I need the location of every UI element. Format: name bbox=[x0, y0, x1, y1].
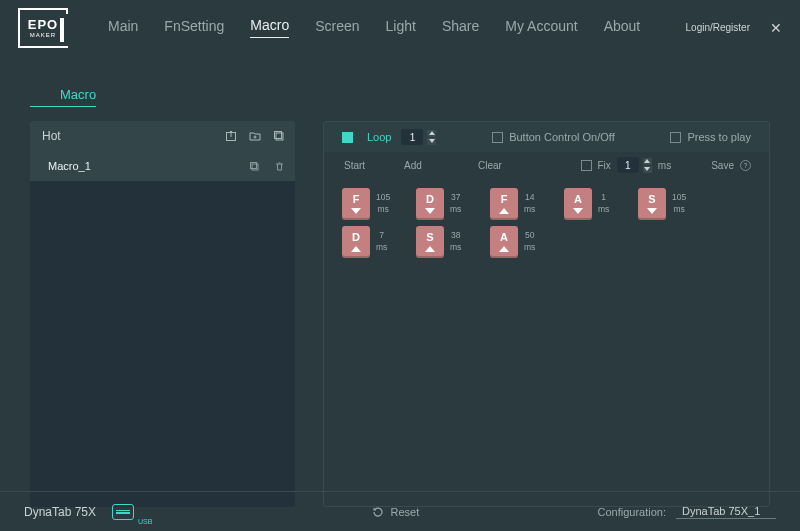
device-name: DynaTab 75X bbox=[24, 505, 96, 519]
fix-step-down-icon[interactable] bbox=[643, 166, 652, 173]
button-control-label: Button Control On/Off bbox=[509, 131, 615, 143]
clear-button[interactable]: Clear bbox=[478, 160, 552, 171]
connection-mode: USB bbox=[138, 518, 152, 525]
keycap-letter: D bbox=[352, 232, 360, 243]
arrow-down-icon bbox=[647, 208, 657, 214]
nav-item-about[interactable]: About bbox=[604, 18, 641, 38]
step-timing: 50ms bbox=[524, 230, 535, 254]
keycap-letter: S bbox=[426, 232, 433, 243]
step-timing: 38ms bbox=[450, 230, 461, 254]
keycap-f-down[interactable]: F bbox=[342, 188, 370, 220]
step-timing: 1ms bbox=[598, 192, 609, 216]
status-bar: DynaTab 75X USB Reset Configuration: Dyn… bbox=[0, 491, 800, 531]
button-control-checkbox[interactable] bbox=[492, 132, 503, 143]
nav-item-main[interactable]: Main bbox=[108, 18, 138, 38]
keycap-letter: F bbox=[353, 194, 360, 205]
macro-step: F105ms bbox=[342, 188, 416, 220]
fix-spinner[interactable]: 1 bbox=[617, 157, 652, 173]
topbar: EPO MAKER MainFnSettingMacroScreenLightS… bbox=[0, 0, 800, 55]
macro-step: S38ms bbox=[416, 226, 490, 258]
arrow-up-icon bbox=[351, 246, 361, 252]
keyboard-icon[interactable] bbox=[112, 504, 134, 520]
keycap-letter: F bbox=[501, 194, 508, 205]
configuration-selector[interactable]: DynaTab 75X_1 bbox=[676, 505, 776, 519]
duplicate-icon[interactable] bbox=[249, 161, 260, 172]
new-folder-icon[interactable] bbox=[249, 130, 261, 142]
start-button[interactable]: Start bbox=[344, 160, 404, 171]
step-time-value: 1 bbox=[601, 192, 606, 204]
help-icon[interactable]: ? bbox=[740, 160, 751, 171]
nav-item-screen[interactable]: Screen bbox=[315, 18, 359, 38]
step-timing: 14ms bbox=[524, 192, 535, 216]
macro-list-header: Hot bbox=[30, 121, 295, 151]
press-to-play-checkbox[interactable] bbox=[670, 132, 681, 143]
loop-count-value: 1 bbox=[401, 129, 423, 145]
main-area: Hot Macro_1 Loop 1 bbox=[0, 107, 800, 507]
keycap-s-down[interactable]: S bbox=[638, 188, 666, 220]
nav-item-share[interactable]: Share bbox=[442, 18, 479, 38]
nav-item-my account[interactable]: My Account bbox=[505, 18, 577, 38]
loop-checkbox[interactable] bbox=[342, 132, 353, 143]
step-time-value: 14 bbox=[525, 192, 534, 204]
logo-line1: EPO bbox=[28, 18, 58, 31]
configuration-label: Configuration: bbox=[598, 506, 667, 518]
fix-step-up-icon[interactable] bbox=[643, 158, 652, 165]
macro-step: S105ms bbox=[638, 188, 712, 220]
step-time-unit: ms bbox=[377, 204, 388, 216]
step-timing: 37ms bbox=[450, 192, 461, 216]
reset-button[interactable]: Reset bbox=[372, 506, 419, 518]
arrow-up-icon bbox=[499, 246, 509, 252]
step-time-unit: ms bbox=[376, 242, 387, 254]
macro-name: Macro_1 bbox=[48, 160, 249, 172]
macro-step: D7ms bbox=[342, 226, 416, 258]
step-time-unit: ms bbox=[450, 204, 461, 216]
arrow-up-icon bbox=[499, 208, 509, 214]
macro-steps-grid: F105msD37msF14msA1msS105msD7msS38msA50ms bbox=[342, 188, 751, 258]
step-time-value: 7 bbox=[379, 230, 384, 242]
step-time-unit: ms bbox=[598, 204, 609, 216]
keycap-letter: D bbox=[426, 194, 434, 205]
svg-rect-4 bbox=[251, 162, 257, 168]
step-time-unit: ms bbox=[524, 204, 535, 216]
add-button[interactable]: Add bbox=[404, 160, 478, 171]
loop-step-up-icon[interactable] bbox=[427, 130, 436, 137]
fix-stepper[interactable] bbox=[643, 158, 652, 173]
keycap-a-down[interactable]: A bbox=[564, 188, 592, 220]
macro-list-panel: Hot Macro_1 bbox=[30, 121, 295, 507]
close-icon[interactable]: ✕ bbox=[770, 20, 782, 36]
step-time-unit: ms bbox=[673, 204, 684, 216]
keycap-letter: A bbox=[574, 194, 582, 205]
loop-count-spinner[interactable]: 1 bbox=[401, 129, 436, 145]
save-button[interactable]: Save bbox=[711, 160, 734, 171]
fix-unit: ms bbox=[658, 160, 671, 171]
button-control-toggle[interactable]: Button Control On/Off bbox=[492, 131, 615, 143]
keycap-s-up[interactable]: S bbox=[416, 226, 444, 258]
copy-icon[interactable] bbox=[273, 130, 285, 142]
arrow-down-icon bbox=[425, 208, 435, 214]
fix-checkbox[interactable] bbox=[581, 160, 592, 171]
step-timing: 7ms bbox=[376, 230, 387, 254]
press-to-play-toggle[interactable]: Press to play bbox=[670, 131, 751, 143]
export-icon[interactable] bbox=[225, 130, 237, 142]
keycap-letter: S bbox=[648, 194, 655, 205]
macro-list-item[interactable]: Macro_1 bbox=[30, 151, 295, 181]
macro-list-header-label: Hot bbox=[42, 129, 225, 143]
nav-item-fnsetting[interactable]: FnSetting bbox=[164, 18, 224, 38]
loop-step-down-icon[interactable] bbox=[427, 138, 436, 145]
keycap-f-up[interactable]: F bbox=[490, 188, 518, 220]
step-time-value: 105 bbox=[672, 192, 686, 204]
keycap-letter: A bbox=[500, 232, 508, 243]
delete-icon[interactable] bbox=[274, 161, 285, 172]
fix-value: 1 bbox=[617, 157, 639, 173]
keycap-a-up[interactable]: A bbox=[490, 226, 518, 258]
step-time-unit: ms bbox=[450, 242, 461, 254]
loop-stepper[interactable] bbox=[427, 130, 436, 145]
nav-item-light[interactable]: Light bbox=[386, 18, 416, 38]
macro-step: F14ms bbox=[490, 188, 564, 220]
logo-line2: MAKER bbox=[30, 32, 56, 38]
svg-rect-3 bbox=[252, 164, 258, 170]
nav-item-macro[interactable]: Macro bbox=[250, 17, 289, 38]
keycap-d-down[interactable]: D bbox=[416, 188, 444, 220]
keycap-d-up[interactable]: D bbox=[342, 226, 370, 258]
login-register-link[interactable]: Login/Register bbox=[686, 22, 750, 33]
